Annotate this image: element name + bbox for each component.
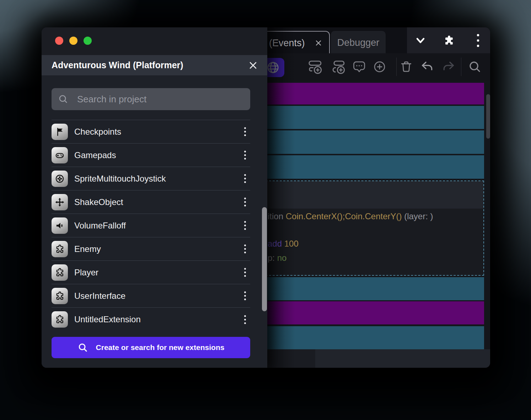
extension-name: VolumeFalloff (74, 221, 240, 231)
add-subevent-icon[interactable] (329, 53, 348, 80)
extension-list: Checkpoints Gamepads SpriteMultitouchJoy… (52, 120, 250, 331)
extension-name: SpriteMultitouchJoystick (74, 174, 240, 184)
add-event-icon[interactable] (306, 53, 324, 80)
extension-name: UserInterface (74, 291, 240, 301)
traffic-light-minimize[interactable] (69, 37, 77, 45)
gamepad-icon (52, 147, 68, 163)
event-row[interactable] (266, 130, 484, 154)
selected-event[interactable]: ition Coin.CenterX();Coin.CenterY() (lay… (266, 181, 484, 276)
search-icon (58, 94, 69, 104)
kebab-menu-icon[interactable] (240, 195, 250, 209)
event-condition-area[interactable] (266, 181, 483, 209)
list-item-joystick[interactable]: SpriteMultitouchJoystick (52, 167, 250, 190)
traffic-light-zoom[interactable] (84, 37, 92, 45)
add-circle-icon[interactable] (370, 53, 389, 80)
tab-debugger-label: Debugger (337, 37, 380, 48)
kebab-menu-icon[interactable] (240, 172, 250, 186)
redo-icon[interactable] (439, 53, 458, 80)
list-item-untitledextension[interactable]: UntitledExtension (52, 308, 250, 331)
kebab-menu-icon[interactable] (240, 265, 250, 280)
events-scrollbar[interactable] (486, 94, 490, 139)
flag-icon (52, 124, 68, 140)
event-action-line[interactable]: p: no (268, 253, 286, 263)
puzzle-icon (52, 311, 68, 328)
move-arrows-icon (52, 194, 68, 210)
list-item-checkpoints[interactable]: Checkpoints (52, 120, 250, 144)
speaker-icon (52, 217, 68, 234)
list-item-volumefalloff[interactable]: VolumeFalloff (52, 214, 250, 237)
panel-header: Adventurous Wind (Platformer) (42, 55, 267, 75)
kebab-menu-icon[interactable] (467, 27, 489, 53)
extension-name: Gamepads (74, 150, 240, 160)
extension-name: Enemy (74, 244, 240, 254)
event-row[interactable] (266, 106, 484, 129)
search-input[interactable] (76, 93, 233, 105)
kebab-menu-icon[interactable] (240, 219, 250, 233)
event-row[interactable] (266, 326, 484, 349)
project-search[interactable] (52, 88, 250, 110)
create-extension-button[interactable]: Create or search for new extensions (52, 337, 250, 358)
extension-name: Player (74, 268, 240, 278)
joystick-icon (52, 171, 68, 187)
tab-events-label: (Events) (269, 38, 310, 49)
kebab-menu-icon[interactable] (240, 242, 250, 256)
list-item-shakeobject[interactable]: ShakeObject (52, 190, 250, 214)
event-action-line[interactable]: add 100 (268, 239, 299, 249)
extension-name: ShakeObject (74, 197, 240, 207)
puzzle-icon (52, 288, 68, 304)
add-comment-icon[interactable] (350, 53, 368, 80)
event-row[interactable] (266, 301, 484, 324)
toolbar-divider (396, 58, 397, 76)
list-item-enemy[interactable]: Enemy (52, 237, 250, 261)
panel-scrollbar[interactable] (262, 207, 267, 311)
create-extension-label: Create or search for new extensions (96, 343, 225, 352)
kebab-menu-icon[interactable] (240, 148, 250, 162)
list-item-gamepads[interactable]: Gamepads (52, 144, 250, 167)
chevron-down-icon[interactable] (410, 27, 431, 53)
traffic-light-close[interactable] (55, 37, 63, 45)
window-titlebar (42, 27, 267, 55)
puzzle-icon (52, 264, 68, 281)
extension-name: UntitledExtension (74, 314, 240, 324)
event-row[interactable] (266, 155, 484, 179)
undo-icon[interactable] (418, 53, 436, 80)
event-action-line[interactable]: ition Coin.CenterX();Coin.CenterY() (lay… (268, 211, 433, 221)
app-window: (Events) Debugger (42, 27, 490, 368)
list-item-userinterface[interactable]: UserInterface (52, 284, 250, 308)
globe-icon (266, 61, 280, 74)
events-footer-shade (266, 349, 315, 368)
project-manager-panel: Adventurous Wind (Platformer) Checkpoint… (42, 27, 267, 368)
puzzle-icon[interactable] (438, 27, 460, 53)
search-icon (77, 342, 88, 353)
kebab-menu-icon[interactable] (240, 289, 250, 303)
list-item-player[interactable]: Player (52, 261, 250, 284)
trash-icon[interactable] (397, 53, 415, 80)
kebab-menu-icon[interactable] (240, 312, 250, 327)
desktop: (Events) Debugger (0, 0, 531, 420)
panel-title: Adventurous Wind (Platformer) (52, 60, 249, 70)
close-icon[interactable] (249, 61, 257, 70)
kebab-menu-icon[interactable] (240, 125, 250, 139)
close-icon[interactable] (315, 39, 322, 47)
event-row[interactable] (266, 277, 484, 300)
event-row[interactable] (266, 83, 484, 104)
search-icon[interactable] (466, 53, 484, 80)
extension-name: Checkpoints (74, 127, 240, 137)
tab-debugger[interactable]: Debugger (331, 31, 386, 54)
puzzle-icon (52, 241, 68, 257)
toolbar-divider (461, 58, 461, 76)
